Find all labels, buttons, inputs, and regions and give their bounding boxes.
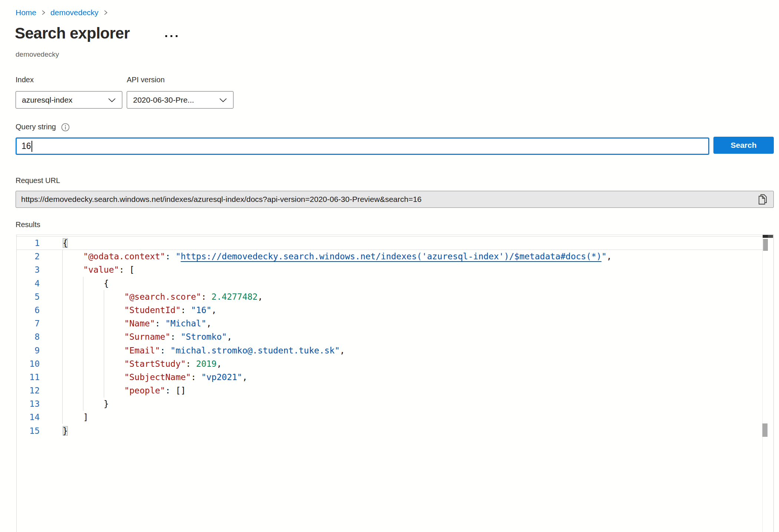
line-number-gutter: 123456789101112131415 [17, 236, 40, 438]
page-title: Search explorer [15, 24, 130, 42]
line-number: 6 [17, 303, 40, 317]
overview-ruler-marker [762, 423, 768, 437]
editor-scrollbar[interactable] [762, 235, 773, 532]
chevron-down-icon [219, 97, 227, 103]
line-number: 2 [17, 250, 40, 263]
code-line: "StudentId": "16", [63, 303, 762, 317]
query-string-value: 16 [21, 141, 31, 151]
code-line: } [63, 397, 762, 410]
search-button[interactable]: Search [713, 137, 774, 154]
request-url-label: Request URL [16, 176, 60, 185]
search-explorer-page: Home demovedecky Search explorer demoved… [0, 0, 779, 532]
code-line: "Name": "Michal", [63, 317, 762, 330]
page-subtitle: demovedecky [16, 50, 59, 59]
query-string-label: Query string [16, 123, 56, 131]
line-number: 8 [17, 330, 40, 343]
code-line: { [63, 236, 762, 250]
results-json-editor[interactable]: 123456789101112131415 { "@odata.context"… [16, 235, 774, 532]
index-dropdown[interactable]: azuresql-index [16, 91, 122, 109]
line-number: 4 [17, 277, 40, 290]
line-number: 12 [17, 384, 40, 397]
code-line: "Surname": "Stromko", [63, 330, 762, 343]
copy-icon[interactable] [757, 193, 768, 206]
line-number: 1 [17, 236, 40, 250]
api-version-label: API version [127, 76, 165, 84]
code-line: "@odata.context": "https://demovedecky.s… [63, 250, 762, 263]
results-label: Results [16, 220, 40, 229]
query-string-input[interactable]: 16 [16, 137, 709, 155]
line-number: 11 [17, 370, 40, 384]
code-line: ] [63, 410, 762, 424]
request-url-value: https://demovedecky.search.windows.net/i… [21, 195, 757, 204]
breadcrumb: Home demovedecky [16, 8, 108, 17]
info-icon[interactable] [61, 123, 70, 132]
chevron-right-icon [103, 10, 108, 16]
line-number: 14 [17, 410, 40, 424]
code-line: "Email": "michal.stromko@.student.tuke.s… [63, 344, 762, 357]
breadcrumb-demovedecky[interactable]: demovedecky [50, 8, 99, 17]
code-line: "SubjectName": "vp2021", [63, 370, 762, 384]
code-line: } [63, 424, 762, 438]
line-number: 3 [17, 263, 40, 276]
line-number: 7 [17, 317, 40, 330]
chevron-right-icon [41, 10, 46, 16]
code-line: { [63, 277, 762, 290]
line-number: 9 [17, 344, 40, 357]
line-number: 13 [17, 397, 40, 410]
code-line: "value": [ [63, 263, 762, 276]
api-version-dropdown[interactable]: 2020-06-30-Pre... [127, 91, 233, 109]
line-number: 15 [17, 424, 40, 438]
overview-ruler-marker [763, 235, 773, 238]
index-dropdown-value: azuresql-index [22, 96, 108, 104]
index-label: Index [16, 76, 34, 84]
code-line: "StartStudy": 2019, [63, 357, 762, 370]
breadcrumb-home[interactable]: Home [16, 8, 36, 17]
chevron-down-icon [108, 97, 116, 103]
code-line: "@search.score": 2.4277482, [63, 290, 762, 303]
code-line: "people": [] [63, 384, 762, 397]
request-url-bar[interactable]: https://demovedecky.search.windows.net/i… [16, 191, 774, 208]
text-caret [32, 141, 32, 152]
json-code-content[interactable]: { "@odata.context": "https://demovedecky… [63, 236, 762, 438]
api-version-dropdown-value: 2020-06-30-Pre... [133, 96, 219, 104]
more-options-icon[interactable] [163, 33, 180, 39]
line-number: 10 [17, 357, 40, 370]
line-number: 5 [17, 290, 40, 303]
scrollbar-thumb[interactable] [763, 239, 768, 251]
